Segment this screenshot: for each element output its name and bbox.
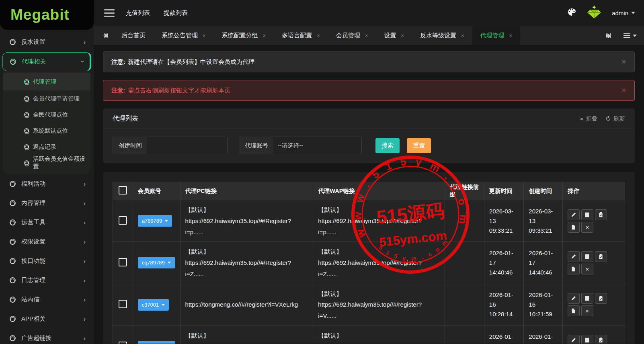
tab-系统配置分组[interactable]: 系统配置分组×: [214, 26, 274, 45]
sidebar-subitem-返点记录[interactable]: 返点记录: [3, 139, 90, 155]
user-menu[interactable]: admin: [612, 10, 635, 16]
tab-close-icon[interactable]: ×: [461, 33, 464, 39]
clip-icon: [598, 212, 603, 217]
report-button[interactable]: [568, 264, 580, 274]
select-all-checkbox[interactable]: [119, 186, 127, 195]
audit-button[interactable]: [595, 209, 607, 220]
tab-close-icon[interactable]: ×: [365, 33, 368, 39]
close-icon[interactable]: ✕: [621, 87, 626, 94]
agent-link-prefix-cell: [445, 326, 484, 344]
agent-link-prefix-cell: [445, 242, 484, 284]
pencil-icon: [571, 338, 576, 343]
delete-button[interactable]: ×: [581, 305, 593, 316]
detail-button[interactable]: [581, 251, 593, 262]
sidebar-subitem-label: 返点记录: [33, 143, 56, 151]
theme-palette-icon[interactable]: [567, 7, 576, 18]
actions-cell: ×: [562, 284, 625, 326]
tab-close-icon[interactable]: ×: [509, 33, 513, 39]
delete-button[interactable]: ×: [581, 264, 593, 274]
tab-close-icon[interactable]: ×: [203, 33, 206, 39]
tab-close-icon[interactable]: ×: [401, 33, 404, 39]
close-icon[interactable]: ✕: [621, 58, 626, 66]
sidebar-subitem-系统默认点位[interactable]: 系统默认点位: [3, 123, 90, 139]
agent-wap-link: 【默认】https://692.haiwaiym35.top//#/regist…: [318, 288, 439, 321]
refresh-button[interactable]: 刷新: [605, 115, 625, 123]
sidebar-item-站内信[interactable]: 站内信›: [0, 290, 94, 309]
refresh-icon: [605, 116, 611, 121]
sidebar-item-日志管理[interactable]: 日志管理›: [0, 270, 94, 290]
detail-button[interactable]: [581, 293, 593, 304]
sidebar-subitem-全民代理点位[interactable]: 全民代理点位: [3, 106, 90, 123]
sidebar-item-代理相关[interactable]: 代理相关›: [2, 52, 91, 71]
search-button[interactable]: 搜索: [375, 138, 400, 153]
topnav-recharge-list[interactable]: 充值列表: [126, 9, 150, 17]
sidebar-subitem-会员代理申请管理[interactable]: 会员代理申请管理: [3, 90, 90, 106]
tab-会员管理[interactable]: 会员管理×: [328, 26, 376, 45]
row-checkbox[interactable]: [119, 300, 127, 308]
pencil-icon: [571, 254, 576, 259]
logo: Megabit: [0, 0, 94, 30]
detail-button[interactable]: [581, 209, 593, 220]
sidebar-item-接口功能[interactable]: 接口功能›: [0, 251, 94, 270]
sidebar-subitem-活跃会员充值金额设置[interactable]: 活跃会员充值金额设置: [3, 155, 90, 171]
edit-button[interactable]: [568, 335, 580, 344]
logo-text: Megabit: [10, 6, 70, 23]
tabs-scroll-right-icon[interactable]: [601, 26, 616, 45]
sidebar-item-label: APP相关: [21, 315, 84, 323]
row-checkbox[interactable]: [119, 216, 127, 225]
menu-circle-icon: [10, 316, 16, 322]
member-account-dropdown[interactable]: c37001: [138, 299, 169, 311]
sidebar-item-APP相关[interactable]: APP相关›: [0, 309, 94, 328]
tab-设置[interactable]: 设置×: [376, 26, 412, 45]
edit-button[interactable]: [568, 251, 580, 262]
reset-button[interactable]: 重置: [407, 138, 431, 153]
report-button[interactable]: [568, 222, 580, 233]
tab-多语言配置[interactable]: 多语言配置×: [274, 26, 328, 45]
sidebar-item-运营工具[interactable]: 运营工具›: [0, 213, 94, 232]
sidebar-item-权限设置[interactable]: 权限设置›: [0, 232, 94, 251]
sidebar-item-反水设置[interactable]: 反水设置›: [0, 32, 94, 51]
tab-close-icon[interactable]: ×: [263, 33, 266, 39]
menu-circle-icon: [10, 258, 16, 264]
tabs-scroll-left-icon[interactable]: [98, 26, 113, 45]
sidebar-item-内容管理[interactable]: 内容管理›: [0, 193, 94, 213]
gem-avatar-icon[interactable]: [586, 5, 602, 21]
audit-button[interactable]: [595, 335, 607, 344]
detail-button[interactable]: [581, 335, 593, 344]
sidebar-item-福利活动[interactable]: 福利活动›: [0, 174, 94, 193]
tabs-menu-dropdown[interactable]: [616, 26, 644, 45]
delete-button[interactable]: ×: [581, 222, 593, 233]
tab-close-icon[interactable]: ×: [317, 33, 320, 39]
row-checkbox-cell: [113, 200, 133, 242]
report-button[interactable]: [568, 305, 580, 316]
username: admin: [612, 10, 628, 16]
create-time-input[interactable]: [147, 137, 227, 154]
hamburger-icon[interactable]: [104, 7, 115, 19]
sidebar-item-label: 权限设置: [21, 238, 84, 246]
member-account-dropdown[interactable]: a789789: [138, 215, 172, 227]
member-account-dropdown[interactable]: qq545505: [138, 341, 175, 344]
agent-account-select[interactable]: --请选择--: [273, 137, 361, 154]
chevron-right-icon: ›: [84, 238, 86, 245]
sidebar-subitem-label: 会员代理申请管理: [33, 95, 80, 102]
agent-link-cell: 【默认】https://692.haiwaiym35.top//#/Regist…: [180, 326, 313, 344]
menu-circle-icon: [10, 200, 16, 206]
collapse-button[interactable]: » 折叠: [581, 115, 597, 123]
row-checkbox[interactable]: [119, 342, 127, 344]
row-checkbox[interactable]: [119, 258, 127, 266]
sidebar-subitem-代理管理[interactable]: 代理管理: [3, 73, 90, 90]
audit-button[interactable]: [595, 251, 607, 262]
edit-button[interactable]: [568, 293, 580, 304]
tab-系统公告管理[interactable]: 系统公告管理×: [154, 26, 214, 45]
edit-button[interactable]: [568, 209, 580, 220]
tab-反水等级设置[interactable]: 反水等级设置×: [412, 26, 472, 45]
chevron-right-icon: ›: [84, 180, 86, 187]
actions-cell: ×: [562, 326, 625, 344]
sidebar-item-广告超链接[interactable]: 广告超链接›: [0, 328, 94, 344]
tab-后台首页[interactable]: 后台首页: [113, 26, 154, 45]
table-row: c37001https://tongmeng.co//#/register?i=…: [113, 284, 625, 326]
audit-button[interactable]: [595, 293, 607, 304]
member-account-dropdown[interactable]: cq789789: [138, 257, 175, 268]
topnav-withdraw-list[interactable]: 提款列表: [164, 9, 188, 17]
tab-代理管理[interactable]: 代理管理×: [472, 26, 521, 45]
